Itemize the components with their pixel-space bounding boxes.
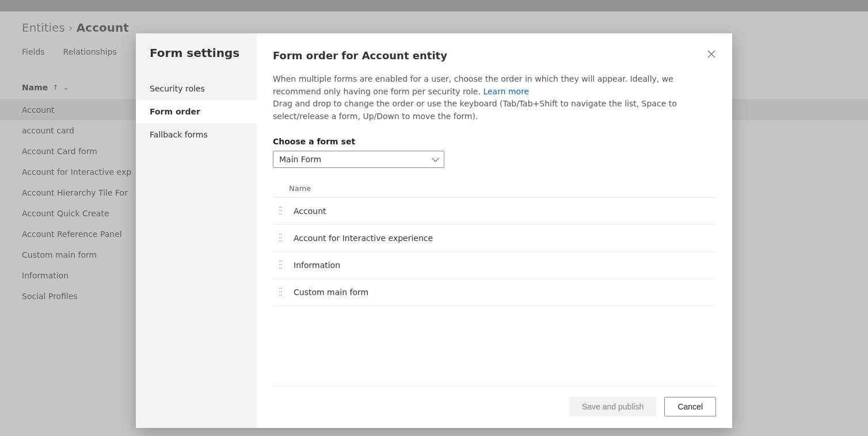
drag-handle-icon[interactable]: ······: [279, 233, 283, 243]
desc-text-2: Drag and drop to change the order or use…: [273, 99, 677, 121]
sidebar-item[interactable]: Form order: [136, 100, 257, 123]
sidebar-item[interactable]: Fallback forms: [136, 123, 257, 146]
close-button[interactable]: [703, 46, 719, 62]
drag-handle-icon[interactable]: ······: [279, 287, 283, 297]
drag-handle-icon[interactable]: ······: [279, 260, 283, 270]
close-icon: [707, 49, 716, 59]
form-order-row[interactable]: ······Custom main form: [273, 279, 716, 306]
drag-handle-icon[interactable]: ······: [279, 206, 283, 216]
dialog-title: Form order for Account entity: [273, 49, 716, 62]
form-name: Custom main form: [294, 288, 368, 297]
save-and-publish-button[interactable]: Save and publish: [569, 397, 656, 416]
panel-title: Form settings: [136, 46, 257, 77]
form-set-value: Main Form: [279, 155, 321, 164]
sidebar-item[interactable]: Security roles: [136, 77, 257, 100]
form-set-label: Choose a form set: [273, 137, 716, 146]
form-order-row[interactable]: ······Account for Interactive experience: [273, 225, 716, 252]
form-name: Information: [294, 261, 340, 270]
form-order-row[interactable]: ······Information: [273, 252, 716, 279]
form-set-select[interactable]: Main Form: [273, 151, 444, 168]
dialog-description: When multiple forms are enabled for a us…: [273, 73, 716, 123]
form-name: Account: [294, 206, 326, 216]
learn-more-link[interactable]: Learn more: [483, 87, 529, 96]
form-order-row[interactable]: ······Account: [273, 198, 716, 225]
form-name: Account for Interactive experience: [294, 234, 433, 243]
cancel-button[interactable]: Cancel: [664, 397, 716, 416]
form-list-header-name: Name: [273, 179, 716, 198]
desc-text-1: When multiple forms are enabled for a us…: [273, 74, 673, 96]
